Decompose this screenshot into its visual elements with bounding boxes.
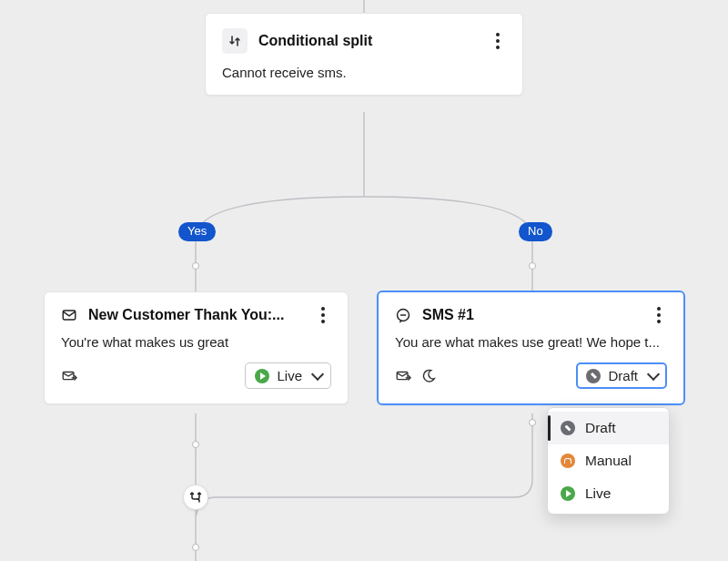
email-card[interactable]: New Customer Thank You:... You're what m… — [44, 291, 349, 404]
connector-dot — [192, 262, 199, 270]
chevron-down-icon — [311, 368, 324, 381]
status-label: Draft — [608, 368, 638, 383]
card-title: SMS #1 — [422, 307, 640, 323]
quiet-hours-icon — [420, 368, 437, 384]
play-icon — [561, 486, 575, 501]
card-menu-button[interactable] — [490, 33, 506, 49]
merge-icon — [188, 490, 203, 505]
branch-no-badge: No — [519, 222, 552, 241]
option-label: Manual — [585, 453, 632, 469]
smart-send-icon — [61, 368, 77, 384]
status-option-draft[interactable]: Draft — [548, 412, 669, 444]
status-select-live[interactable]: Live — [245, 362, 331, 389]
status-label: Live — [277, 368, 302, 383]
option-label: Live — [585, 485, 611, 502]
draft-icon — [586, 369, 601, 383]
conditional-split-card[interactable]: Conditional split Cannot receive sms. — [205, 13, 523, 96]
email-preview: You're what makes us great — [61, 334, 331, 350]
add-node-button[interactable] — [183, 484, 208, 510]
connector-dot — [529, 419, 536, 426]
card-title: New Customer Thank You:... — [88, 307, 304, 323]
branch-yes-badge: Yes — [178, 222, 216, 241]
connector-dot — [529, 262, 536, 270]
play-icon — [255, 369, 269, 383]
split-condition: Cannot receive sms. — [222, 65, 506, 80]
card-menu-button[interactable] — [651, 307, 667, 323]
chevron-down-icon — [647, 368, 660, 381]
manual-icon — [561, 454, 575, 468]
sms-card[interactable]: SMS #1 You are what makes use great! We … — [377, 291, 685, 405]
smart-send-icon — [395, 368, 411, 384]
connector-dot — [192, 441, 199, 448]
status-option-manual[interactable]: Manual — [548, 444, 669, 477]
status-option-live[interactable]: Live — [548, 477, 669, 510]
status-dropdown[interactable]: Draft Manual Live — [547, 407, 670, 515]
connector-dot — [192, 544, 199, 551]
draft-icon — [561, 421, 575, 435]
svg-rect-0 — [63, 311, 76, 320]
card-title: Conditional split — [258, 33, 479, 49]
option-label: Draft — [585, 420, 616, 436]
split-icon — [222, 28, 248, 54]
chat-icon — [395, 307, 411, 323]
status-select-draft[interactable]: Draft — [576, 362, 667, 389]
sms-preview: You are what makes use great! We hope t.… — [395, 334, 667, 350]
card-menu-button[interactable] — [315, 307, 331, 323]
mail-icon — [61, 307, 77, 323]
